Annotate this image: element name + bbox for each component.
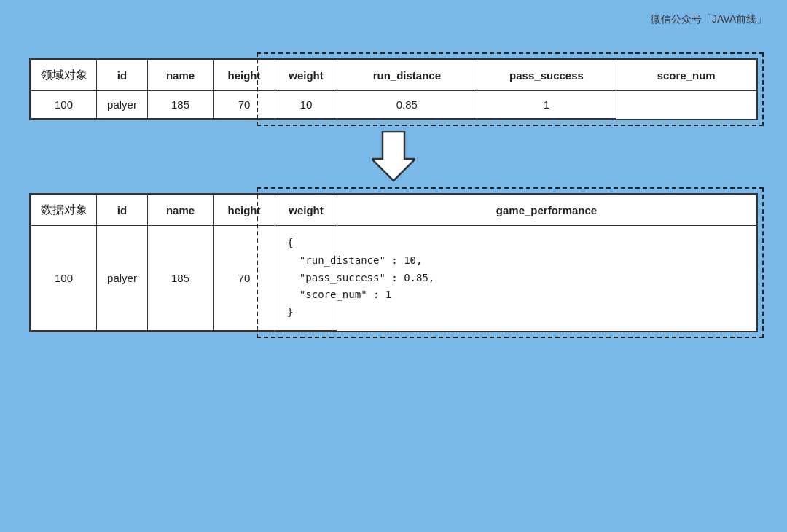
main-container: 领域对象 id name height weight run_distance … [29, 58, 758, 332]
arrow-section [29, 120, 758, 193]
domain-header-row: 领域对象 id name height weight run_distance … [31, 60, 756, 91]
data-header-row: 数据对象 id name height weight game_performa… [31, 195, 756, 226]
col-score-num-header: score_num [616, 60, 756, 91]
col-id-header: id [97, 60, 148, 91]
col-pass-success-header: pass_success [477, 60, 616, 91]
domain-table: 领域对象 id name height weight run_distance … [31, 60, 756, 119]
data-label: 数据对象 [31, 195, 97, 226]
col-weight-header: weight [275, 60, 337, 91]
data-id: 100 [31, 226, 97, 331]
data-name: palyer [97, 226, 148, 331]
data-col-id-header: id [97, 195, 148, 226]
data-weight: 70 [214, 226, 275, 331]
domain-object-section: 领域对象 id name height weight run_distance … [29, 58, 758, 120]
domain-score-num: 1 [477, 91, 616, 119]
col-height-header: height [214, 60, 275, 91]
data-height: 185 [148, 226, 214, 331]
col-name-header: name [148, 60, 214, 91]
data-object-section: 数据对象 id name height weight game_performa… [29, 193, 758, 332]
data-col-height-header: height [214, 195, 275, 226]
data-col-name-header: name [148, 195, 214, 226]
data-table: 数据对象 id name height weight game_performa… [31, 195, 756, 331]
domain-run-distance: 10 [275, 91, 337, 119]
data-data-row: 100 palyer 185 70 { "run_distance" : 10,… [31, 226, 756, 331]
data-table-wrapper: 数据对象 id name height weight game_performa… [29, 193, 758, 332]
domain-weight: 70 [214, 91, 275, 119]
watermark: 微信公众号「JAVA前线」 [651, 13, 767, 26]
domain-data-row: 100 palyer 185 70 10 0.85 1 [31, 91, 756, 119]
down-arrow-icon [372, 131, 415, 182]
data-col-weight-header: weight [275, 195, 337, 226]
domain-pass-success: 0.85 [337, 91, 477, 119]
data-col-game-performance-header: game_performance [337, 195, 756, 226]
domain-name: palyer [97, 91, 148, 119]
domain-id: 100 [31, 91, 97, 119]
col-run-distance-header: run_distance [337, 60, 477, 91]
svg-marker-0 [372, 131, 415, 181]
domain-table-wrapper: 领域对象 id name height weight run_distance … [29, 58, 758, 120]
domain-height: 185 [148, 91, 214, 119]
data-game-performance: { "run_distance" : 10, "pass_success" : … [275, 226, 337, 331]
domain-label: 领域对象 [31, 60, 97, 91]
